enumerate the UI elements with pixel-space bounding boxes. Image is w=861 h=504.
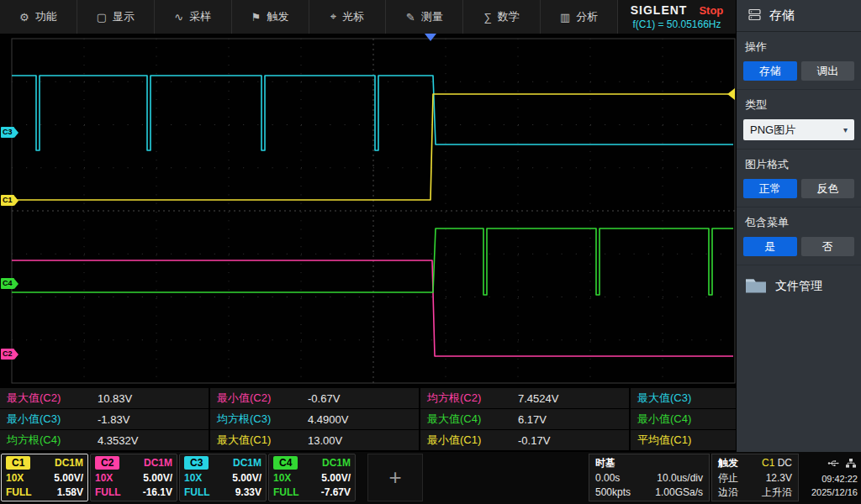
menu-item-cursors[interactable]: ⌖光标 — [309, 0, 387, 34]
measurement-cell[interactable]: 最小值(C1)-0.17V — [420, 430, 629, 450]
measurement-cell[interactable]: 平均值(C1) — [631, 430, 736, 450]
trigger-tile[interactable]: 触发 C1 DC 停止 12.3V 边沿 上升沿 — [711, 454, 799, 501]
menu-item-function[interactable]: ⚙功能 — [0, 0, 77, 34]
measurement-cell[interactable]: 最大值(C2)10.83V — [0, 388, 209, 408]
measurement-label: 最大值(C2) — [7, 391, 98, 406]
measurement-cell[interactable]: 最小值(C4) — [631, 409, 736, 429]
channel-marker-label: C4 — [1, 278, 14, 289]
file-manager-label: 文件管理 — [775, 279, 822, 294]
run-state-indicator[interactable]: Stop — [699, 4, 723, 17]
channel-tile-c1[interactable]: C1DC1M10X5.00V/FULL1.58V — [1, 454, 88, 501]
measurement-cell[interactable]: 最小值(C3)-1.83V — [0, 409, 209, 429]
volt-scale: 5.00V/ — [321, 471, 351, 485]
measurement-value: 4.4900V — [308, 413, 348, 426]
trigger-level-marker[interactable] — [727, 88, 735, 100]
type-label: 类型 — [745, 97, 853, 113]
measurement-label: 平均值(C1) — [637, 433, 728, 448]
channel-marker-arrow-icon — [14, 279, 18, 289]
measurement-cell[interactable]: 最大值(C1)13.00V — [210, 430, 419, 450]
clock-time: 09:42:22 — [821, 472, 858, 486]
trigger-status: 停止 — [718, 471, 738, 485]
coupling-label: DC1M — [233, 456, 261, 470]
file-manager-button[interactable]: 文件管理 — [737, 265, 861, 307]
memory-depth: 500kpts — [595, 486, 631, 499]
coupling-label: DC1M — [322, 456, 351, 470]
menu-item-label: 显示 — [113, 9, 135, 24]
menu-item-trigger[interactable]: ⚑触发 — [232, 0, 309, 34]
channel-tile-row: FULL-7.67V — [273, 486, 351, 499]
include-menu-section: 包含菜单 是 否 — [737, 207, 861, 265]
measurement-value: 10.83V — [98, 392, 132, 405]
channel-marker-arrow-icon — [14, 196, 18, 206]
measurement-cell[interactable]: 均方根(C4)4.3532V — [0, 430, 209, 450]
save-button[interactable]: 存储 — [743, 61, 797, 81]
file-type-select[interactable]: PNG图片 ▾ — [743, 119, 854, 140]
include-menu-no-button[interactable]: 否 — [801, 237, 855, 256]
channel-tile-row: FULL-16.1V — [95, 486, 172, 499]
format-normal-button[interactable]: 正常 — [743, 179, 797, 198]
usb-icon — [827, 456, 839, 471]
channel-marker-c3[interactable]: C3 — [1, 127, 18, 138]
menu-bar-items: ⚙功能▢显示∿采样⚑触发⌖光标✎测量∑数学▥分析 — [0, 0, 618, 34]
menu-item-display[interactable]: ▢显示 — [77, 0, 155, 34]
siglent-logo: SIGLENT — [631, 3, 688, 17]
menu-item-measure[interactable]: ✎测量 — [386, 0, 463, 34]
measurement-cell[interactable]: 均方根(C3)4.4900V — [210, 409, 419, 429]
menu-item-analysis[interactable]: ▥分析 — [541, 0, 618, 34]
channel-marker-label: C3 — [1, 127, 14, 138]
measurement-label: 最大值(C4) — [427, 412, 518, 427]
channel-marker-arrow-icon — [14, 128, 18, 138]
channel-marker-c4[interactable]: C4 — [1, 278, 18, 289]
measurement-cell[interactable]: 最大值(C4)6.17V — [420, 409, 629, 429]
waveform-area[interactable]: C3C1C4C2 — [0, 34, 736, 388]
measurement-label: 最小值(C3) — [7, 412, 98, 427]
include-menu-yes-button[interactable]: 是 — [743, 237, 797, 256]
measurement-label: 均方根(C4) — [7, 433, 98, 448]
channel-tile-c4[interactable]: C4DC1M10X5.00V/FULL-7.67V — [268, 454, 356, 501]
trigger-level: 12.3V — [766, 471, 792, 485]
chevron-down-icon: ▾ — [843, 125, 848, 134]
recall-button[interactable]: 调出 — [801, 61, 855, 81]
menu-bar: ⚙功能▢显示∿采样⚑触发⌖光标✎测量∑数学▥分析 SIGLENT Stop f(… — [0, 0, 736, 34]
channel-tile-c3[interactable]: C3DC1M10X5.00V/FULL9.33V — [179, 454, 267, 501]
channel-marker-c2[interactable]: C2 — [1, 349, 18, 360]
channel-marker-label: C1 — [1, 195, 14, 206]
brand-row: SIGLENT Stop — [631, 3, 724, 17]
timebase-tile[interactable]: 时基 0.00s 10.0us/div 500kpts 1.00GSa/s — [589, 454, 710, 501]
waveform-c4 — [12, 228, 733, 295]
file-type-value: PNG图片 — [750, 123, 795, 138]
attenuation-label: 10X — [6, 471, 24, 485]
measurement-cell[interactable]: 最小值(C2)-0.67V — [210, 388, 419, 408]
analysis-icon: ▥ — [560, 11, 570, 24]
channel-tile-row: C1DC1M — [6, 456, 83, 470]
trigger-source-coupling: C1 DC — [762, 456, 792, 470]
volt-scale: 5.00V/ — [232, 471, 261, 485]
frequency-readout: f(C1) = 50.05166Hz — [632, 18, 721, 30]
measurement-label: 最小值(C1) — [427, 433, 518, 448]
measurement-label: 最大值(C1) — [217, 433, 308, 448]
trigger-type: 边沿 — [718, 486, 738, 499]
waveform-c1 — [12, 94, 728, 200]
measurement-label: 最小值(C4) — [637, 412, 728, 427]
delay-indicator: + — [367, 454, 423, 501]
channel-tile-c2[interactable]: C2DC1M10X5.00V/FULL-16.1V — [90, 454, 177, 501]
storage-sidebar: 存储 操作 存储 调出 类型 PNG图片 ▾ 图片格式 正常 反色 包含菜单 — [736, 0, 861, 452]
trigger-icon: ⚑ — [251, 11, 261, 24]
sample-rate: 1.00GSa/s — [655, 486, 703, 499]
trigger-position-marker[interactable] — [425, 34, 436, 41]
channel-marker-c1[interactable]: C1 — [1, 195, 18, 206]
measurement-cell[interactable]: 最大值(C3) — [631, 388, 736, 408]
channel-badge: C2 — [95, 456, 119, 470]
display-icon: ▢ — [97, 11, 107, 24]
format-invert-button[interactable]: 反色 — [801, 179, 855, 198]
menu-item-acquire[interactable]: ∿采样 — [155, 0, 232, 34]
timebase-scale: 10.0us/div — [657, 471, 703, 485]
menu-item-math[interactable]: ∑数学 — [463, 0, 541, 34]
measurement-cell[interactable]: 均方根(C2)7.4524V — [420, 388, 629, 408]
measurement-label: 最小值(C2) — [217, 391, 308, 406]
measurement-row: 均方根(C4)4.3532V最大值(C1)13.00V最小值(C1)-0.17V… — [0, 430, 736, 450]
measurement-label: 均方根(C3) — [217, 412, 308, 427]
measure-icon: ✎ — [406, 11, 415, 24]
bandwidth-label: FULL — [184, 486, 210, 499]
channel-tile-row: C4DC1M — [273, 456, 351, 470]
